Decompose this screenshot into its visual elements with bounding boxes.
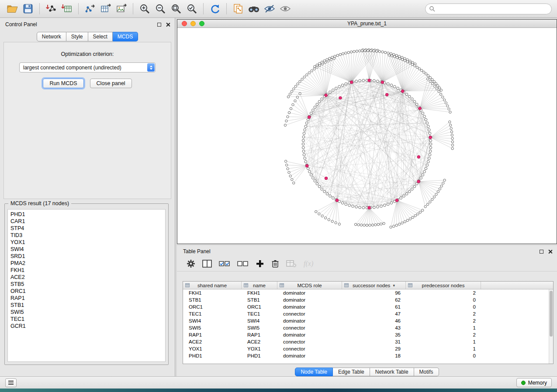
delete-table-icon[interactable] — [286, 258, 297, 270]
hide-selected-icon[interactable] — [262, 2, 277, 16]
open-folder-icon[interactable] — [4, 2, 20, 16]
tab-motifs[interactable]: Motifs — [414, 368, 439, 376]
table-row[interactable]: RAP1RAP1dominator352 — [183, 331, 549, 338]
mcds-result-item[interactable]: PHD1 — [10, 211, 165, 218]
network-canvas[interactable] — [177, 28, 557, 244]
table-cell: 2 — [406, 318, 481, 323]
table-row[interactable]: SWI4SWI4dominator462 — [183, 317, 549, 324]
float-panel-icon[interactable] — [157, 23, 161, 27]
table-cell: dominator — [277, 353, 342, 358]
tab-network-table[interactable]: Network Table — [370, 368, 414, 376]
refresh-layout-icon[interactable] — [207, 2, 223, 16]
node-table-body: FKH1FKH1dominator962STB1STB1dominator620… — [183, 289, 549, 364]
delete-column-icon[interactable] — [271, 258, 279, 270]
tab-mcds[interactable]: MCDS — [113, 32, 138, 41]
node-table-header: shared name name MCDS role successor nod… — [183, 282, 553, 289]
deselect-all-icon[interactable] — [237, 258, 249, 270]
show-all-icon — [279, 4, 291, 14]
zoom-out-icon[interactable] — [152, 2, 168, 16]
column-header-mcds-role[interactable]: MCDS role — [277, 282, 342, 289]
mcds-result-item[interactable]: ACE2 — [10, 274, 165, 281]
mcds-result-item[interactable]: CAR1 — [10, 218, 165, 225]
table-row[interactable]: ORC1ORC1dominator610 — [183, 303, 549, 310]
export-table-icon[interactable] — [98, 2, 114, 16]
tab-node-table[interactable]: Node Table — [295, 368, 333, 376]
table-row[interactable]: ACE2ACE2connector311 — [183, 338, 549, 345]
table-row[interactable]: PHD1PHD1dominator180 — [183, 352, 549, 359]
clone-network-icon[interactable] — [230, 2, 246, 16]
table-cell: 31 — [342, 339, 406, 344]
criterion-dropdown-value: largest connected component (undirected) — [23, 65, 121, 71]
mcds-result-item[interactable]: STP4 — [10, 225, 165, 232]
mcds-result-item[interactable]: SWI4 — [10, 246, 165, 253]
float-table-panel-icon[interactable] — [540, 250, 543, 254]
column-header-shared-name[interactable]: shared name — [183, 282, 242, 289]
table-row[interactable]: TEC1TEC1connector472 — [183, 310, 549, 317]
column-header-successor-nodes[interactable]: successor nodes ▾ — [342, 282, 406, 289]
import-table-icon[interactable] — [59, 2, 75, 16]
memory-button[interactable]: Memory — [516, 378, 552, 387]
table-row[interactable]: SWI5SWI5connector431 — [183, 324, 549, 331]
tab-select[interactable]: Select — [88, 32, 113, 41]
mcds-result-item[interactable]: RAP1 — [10, 295, 165, 302]
export-image-icon[interactable] — [114, 2, 129, 16]
zoom-out-icon — [155, 3, 166, 14]
task-history-icon[interactable] — [5, 378, 17, 387]
mcds-result-item[interactable]: GCR1 — [10, 323, 165, 330]
export-network-icon[interactable] — [82, 2, 98, 16]
zoom-in-icon[interactable] — [137, 2, 152, 16]
save-icon[interactable] — [20, 2, 36, 16]
import-network-icon — [45, 3, 57, 14]
memory-label: Memory — [528, 380, 547, 386]
table-row[interactable]: FKH1FKH1dominator962 — [183, 289, 549, 296]
show-column-icon[interactable] — [202, 258, 212, 270]
close-table-panel-icon[interactable] — [548, 249, 553, 254]
table-cell: RAP1 — [242, 332, 277, 337]
tab-style[interactable]: Style — [66, 32, 88, 41]
zoom-selected-icon[interactable] — [184, 2, 200, 16]
mcds-result-item[interactable]: TID3 — [10, 232, 165, 239]
close-panel-button[interactable]: Close panel — [90, 79, 132, 88]
mcds-result-item[interactable]: STB1 — [10, 302, 165, 309]
import-table-icon — [61, 3, 73, 14]
mcds-result-item[interactable]: TEC1 — [10, 316, 165, 323]
zoom-fit-icon[interactable] — [168, 2, 184, 16]
tab-network[interactable]: Network — [37, 32, 66, 41]
close-panel-icon[interactable] — [166, 22, 170, 27]
add-column-icon[interactable] — [256, 258, 264, 270]
search-input[interactable] — [437, 4, 551, 13]
select-all-icon[interactable] — [219, 258, 230, 270]
table-row[interactable]: STB1STB1dominator620 — [183, 296, 549, 303]
mcds-result-item[interactable]: SWI5 — [10, 309, 165, 316]
empty-boxes-icon — [237, 260, 249, 268]
mcds-result-item[interactable]: SRD1 — [10, 253, 165, 260]
column-header-name[interactable]: name — [242, 282, 277, 289]
mcds-result-item[interactable]: ORC1 — [10, 288, 165, 295]
mcds-result-item[interactable]: FKH1 — [10, 267, 165, 274]
first-neighbors-icon[interactable] — [246, 2, 262, 16]
control-panel-tabs: Network Style Select MCDS — [0, 32, 175, 41]
open-folder-icon — [7, 4, 18, 14]
mcds-result-list[interactable]: PHD1CAR1STP4TID3YOX1SWI4SRD1PMA2FKH1ACE2… — [7, 209, 166, 362]
table-cell: FKH1 — [242, 290, 277, 296]
run-mcds-button[interactable]: Run MCDS — [43, 79, 83, 88]
function-builder-icon[interactable]: f(x) — [304, 258, 313, 270]
table-cell: 1 — [406, 339, 481, 344]
table-cell: SWI4 — [242, 318, 277, 323]
tab-edge-table[interactable]: Edge Table — [333, 368, 370, 376]
show-all-icon[interactable] — [277, 2, 293, 16]
table-scrollbar[interactable] — [549, 289, 553, 364]
mcds-tab-content: Optimization criterion: largest connecte… — [3, 42, 171, 199]
table-settings-gear-icon[interactable] — [187, 258, 195, 270]
mcds-result-item[interactable]: YOX1 — [10, 239, 165, 246]
criterion-dropdown[interactable]: largest connected component (undirected) — [19, 62, 156, 72]
table-cell: 0 — [406, 304, 481, 309]
column-header-predecessor-nodes[interactable]: predecessor nodes — [406, 282, 481, 289]
mcds-result-item[interactable]: STB5 — [10, 281, 165, 288]
table-row[interactable]: YOX1YOX1connector291 — [183, 345, 549, 352]
network-window-titlebar[interactable]: YPA_prune.txt_1 — [177, 20, 557, 28]
mcds-result-item[interactable]: PMA2 — [10, 260, 165, 267]
control-panel-title: Control Panel — [5, 21, 37, 28]
scrollbar-thumb[interactable] — [550, 291, 553, 337]
import-network-icon[interactable] — [43, 2, 59, 16]
